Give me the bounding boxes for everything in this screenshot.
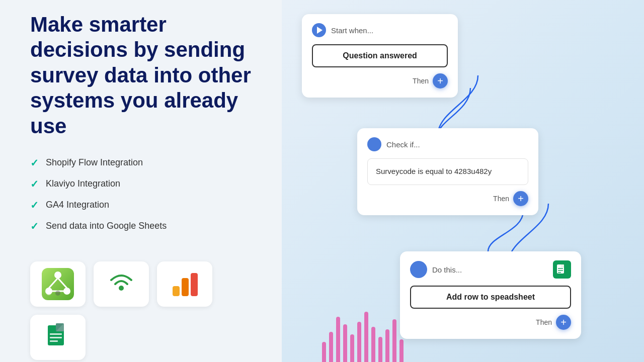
check-icon: ✓ — [30, 199, 39, 211]
condition-box: Surveycode is equal to 4283u482y — [367, 158, 528, 185]
list-item: ✓ Klaviyo Integration — [30, 178, 257, 190]
do-label: Do this... — [432, 265, 462, 274]
action-text: Add row to speadsheet — [446, 293, 535, 301]
wave-bar — [371, 327, 375, 362]
svg-rect-25 — [558, 272, 561, 273]
checklist-item-4: Send data into Google Sheets — [46, 221, 167, 231]
svg-rect-22 — [561, 264, 564, 267]
ga4-icon — [169, 268, 201, 300]
check-icon: ✓ — [30, 178, 39, 190]
trigger-text: Question answered — [343, 51, 417, 60]
right-panel: Start when... Question answered Then + C… — [282, 0, 644, 362]
wave-bar — [343, 324, 347, 362]
then-label-1: Then — [413, 77, 429, 85]
svg-point-8 — [46, 291, 51, 296]
svg-rect-18 — [50, 340, 58, 342]
then-label-3: Then — [536, 318, 552, 326]
checklist-item-1: Shopify Flow Integration — [46, 157, 143, 168]
play-triangle — [317, 27, 323, 34]
action-box: Add row to speadsheet — [410, 286, 571, 309]
check-dot-icon — [367, 137, 381, 151]
svg-point-9 — [119, 286, 124, 291]
do-dot-icon — [410, 261, 427, 278]
wave-bar — [329, 332, 333, 362]
check-icon: ✓ — [30, 157, 39, 169]
headline: Make smarter decisions by sending survey… — [30, 12, 257, 139]
list-item: ✓ Shopify Flow Integration — [30, 157, 257, 169]
trigger-box: Question answered — [312, 44, 448, 67]
svg-rect-23 — [558, 268, 563, 269]
wave-bars — [322, 302, 404, 362]
list-item: ✓ Send data into Google Sheets — [30, 220, 257, 232]
check-label: Check if... — [386, 140, 420, 149]
wave-bar — [322, 342, 326, 362]
then-row-3: Then + — [410, 315, 571, 330]
sheets-svg — [556, 263, 568, 276]
sheets-icon — [553, 260, 571, 279]
then-row-1: Then + — [312, 73, 448, 88]
shopify-card — [30, 261, 86, 307]
svg-point-1 — [54, 272, 61, 279]
google-sheets-card — [30, 315, 86, 360]
svg-rect-12 — [191, 273, 198, 296]
do-card-header: Do this... — [410, 260, 571, 279]
svg-point-7 — [55, 291, 60, 296]
checklist-item-2: Klaviyo Integration — [46, 178, 120, 189]
google-sheets-icon — [42, 321, 74, 353]
start-card-header: Start when... — [312, 23, 448, 37]
list-item: ✓ GA4 Integration — [30, 199, 257, 211]
ga4-card — [157, 261, 212, 307]
wave-bar — [336, 317, 340, 362]
wave-bar — [385, 329, 389, 362]
checklist: ✓ Shopify Flow Integration ✓ Klaviyo Int… — [30, 157, 257, 241]
do-card: Do this... Add row to speadsheet Then + — [400, 251, 581, 339]
wave-bar — [350, 334, 354, 362]
svg-point-3 — [63, 288, 70, 295]
wave-bar — [378, 337, 382, 362]
play-icon — [312, 23, 326, 37]
integrations — [30, 261, 257, 360]
svg-rect-16 — [50, 333, 62, 335]
svg-rect-10 — [173, 286, 180, 296]
check-icon: ✓ — [30, 220, 39, 232]
wave-bar — [399, 339, 404, 362]
left-panel: Make smarter decisions by sending survey… — [0, 0, 282, 362]
start-label: Start when... — [331, 26, 373, 35]
klaviyo-card — [94, 261, 149, 307]
wave-bar — [357, 322, 361, 362]
check-card-header: Check if... — [367, 137, 528, 151]
then-plus-button-3[interactable]: + — [556, 315, 571, 330]
svg-rect-11 — [182, 278, 189, 296]
shopify-icon — [42, 268, 74, 300]
checklist-item-3: GA4 Integration — [46, 200, 109, 210]
condition-text: Surveycode is equal to 4283u482y — [376, 167, 492, 175]
wave-bar — [364, 312, 368, 362]
klaviyo-icon — [105, 268, 137, 300]
svg-rect-17 — [50, 337, 62, 338]
wave-bar — [392, 319, 396, 362]
do-card-left: Do this... — [410, 261, 462, 278]
svg-rect-24 — [558, 270, 563, 271]
